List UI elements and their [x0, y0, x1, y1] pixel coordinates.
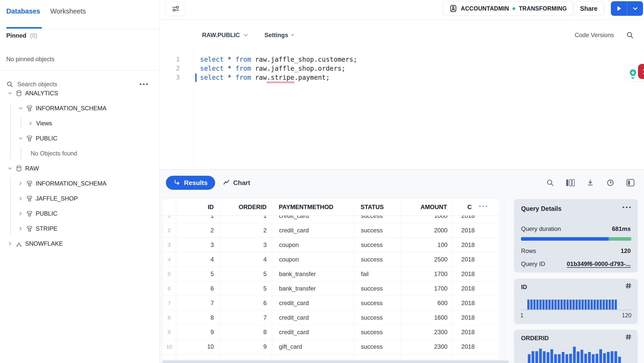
- tree-item-views[interactable]: Views: [0, 116, 159, 131]
- histogram-bar: [558, 354, 561, 363]
- chevron-down-icon[interactable]: [18, 105, 24, 111]
- sidebar: Databases Worksheets Pinned (0) No pinne…: [0, 0, 160, 363]
- chevron-right-icon[interactable]: [7, 241, 13, 247]
- histogram-bar: [596, 354, 598, 363]
- cell: success: [354, 296, 401, 310]
- histogram-bar: [557, 300, 560, 310]
- chart-line-icon: [223, 179, 230, 187]
- id-histogram[interactable]: [527, 300, 617, 310]
- tree-item-public[interactable]: PUBLIC: [0, 131, 159, 146]
- sidebar-tabs: Databases Worksheets: [0, 0, 159, 29]
- histogram-bar: [532, 351, 534, 363]
- id-max-label: 120: [622, 312, 631, 319]
- table-row[interactable]: 555bank_transferfail17002018: [162, 267, 499, 281]
- cell: 8: [176, 310, 219, 325]
- chevron-right-icon[interactable]: [18, 180, 24, 187]
- column-header-amount[interactable]: AMOUNT: [401, 199, 452, 215]
- column-header-orderid[interactable]: ORDERID: [219, 199, 272, 215]
- query-history-button[interactable]: [606, 178, 615, 187]
- divider: [0, 70, 159, 70]
- sql-editor[interactable]: RAW.PUBLIC Settings Code Versions 123 se…: [160, 20, 644, 169]
- table-row[interactable]: 776credit_cardsuccess6002018: [162, 296, 499, 310]
- download-button[interactable]: [586, 178, 595, 187]
- query-details-menu-icon[interactable]: [623, 207, 631, 208]
- code-line[interactable]: select * from raw.stripe.payment;: [200, 73, 357, 82]
- columns-button[interactable]: [566, 178, 575, 187]
- search-results-button[interactable]: [546, 178, 555, 187]
- code-versions-button[interactable]: Code Versions: [575, 32, 614, 39]
- database-context-selector[interactable]: RAW.PUBLIC: [202, 32, 240, 39]
- tree-item-label: PUBLIC: [36, 135, 57, 142]
- column-menu-icon[interactable]: [479, 206, 487, 207]
- schema-icon: [26, 225, 33, 232]
- chevron-right-icon[interactable]: [18, 226, 24, 232]
- table-row[interactable]: 333couponsuccess1002018: [162, 238, 499, 252]
- share-button[interactable]: Share: [573, 1, 604, 16]
- code-line[interactable]: select * from raw.jaffle_shop.orders;: [200, 64, 357, 73]
- numeric-column-icon[interactable]: [625, 333, 632, 342]
- code-area[interactable]: select * from raw.jaffle_shop.customers;…: [200, 55, 357, 82]
- tab-results[interactable]: Results: [166, 176, 215, 190]
- results-table[interactable]: 111credit_cardsuccess10002018222credit_c…: [162, 198, 500, 360]
- table-row[interactable]: 222credit_cardsuccess20002018: [162, 223, 499, 238]
- schema-icon: [26, 105, 33, 112]
- search-options-menu-icon[interactable]: [140, 83, 148, 85]
- schema-icon: [26, 180, 33, 187]
- orderid-histogram[interactable]: [528, 347, 621, 363]
- chevron-down-icon[interactable]: [18, 135, 24, 141]
- application-icon: [15, 240, 23, 247]
- tree-item-analytics[interactable]: ANALYTICS: [0, 86, 159, 101]
- tab-databases[interactable]: Databases: [6, 8, 40, 15]
- run-options-button[interactable]: [627, 5, 643, 12]
- tree-item-raw[interactable]: RAW: [0, 161, 159, 176]
- gutter-divider: [194, 47, 194, 166]
- settings-dropdown[interactable]: Settings: [265, 32, 288, 39]
- table-row-partial[interactable]: [162, 354, 499, 360]
- chevron-down-icon[interactable]: [7, 165, 13, 171]
- query-id-link[interactable]: 01b349f6-0000-d793-...: [567, 260, 631, 267]
- table-row[interactable]: 665bank_transfersuccess17002018: [162, 281, 499, 296]
- tree-item-information-schema[interactable]: INFORMATION_SCHEMA: [0, 101, 159, 116]
- pinned-section-header: Pinned (0): [6, 32, 37, 39]
- tab-worksheets[interactable]: Worksheets: [50, 8, 86, 15]
- search-icon[interactable]: [626, 31, 634, 39]
- tree-item-jaffle-shop[interactable]: JAFFLE_SHOP: [0, 191, 159, 206]
- histogram-bar: [533, 300, 536, 310]
- suggestions-pill[interactable]: 1: [625, 66, 644, 82]
- table-row[interactable]: 887credit_cardsuccess16002018: [162, 310, 499, 325]
- toggle-panel-button[interactable]: [626, 178, 635, 187]
- filters-button[interactable]: [166, 2, 186, 16]
- histogram-bar: [609, 300, 611, 310]
- chevron-down-icon[interactable]: [7, 90, 13, 96]
- column-header-paymentmethod[interactable]: PAYMENTMETHOD: [272, 199, 354, 215]
- line-numbers: 123: [165, 55, 180, 82]
- role-warehouse-selector[interactable]: ACCOUNTADMIN TRANSFORMING: [443, 1, 573, 16]
- table-row[interactable]: 998credit_cardsuccess23002018: [162, 325, 499, 339]
- column-header-rownum[interactable]: [162, 199, 176, 215]
- code-line[interactable]: select * from raw.jaffle_shop.customers;: [200, 55, 357, 64]
- tree-item-label: JAFFLE_SHOP: [36, 195, 78, 202]
- column-header-c[interactable]: C: [452, 199, 499, 215]
- tree-item-stripe[interactable]: STRIPE: [0, 221, 159, 236]
- database-icon: [15, 89, 23, 97]
- error-count-badge[interactable]: 1: [638, 64, 644, 79]
- tree-item-snowflake[interactable]: SNOWFLAKE: [0, 236, 159, 251]
- tree-item-public[interactable]: PUBLIC: [0, 206, 159, 221]
- tree-item-information-schema[interactable]: INFORMATION_SCHEMA: [0, 176, 159, 191]
- table-row[interactable]: 10109gift_cardsuccess23002018: [162, 339, 499, 354]
- table-row[interactable]: 444couponsuccess25002018: [162, 252, 499, 267]
- run-button[interactable]: [611, 5, 627, 12]
- chevron-right-icon[interactable]: [18, 211, 24, 217]
- column-header-id[interactable]: ID: [176, 199, 219, 215]
- chevron-right-icon[interactable]: [28, 120, 34, 126]
- column-header-status[interactable]: STATUS: [354, 199, 401, 215]
- numeric-column-icon[interactable]: [625, 282, 632, 291]
- chevron-right-icon[interactable]: [18, 196, 24, 202]
- cell: 2018: [453, 223, 499, 237]
- histogram-bar: [551, 300, 554, 310]
- cell: 4: [219, 252, 272, 266]
- cell: success: [354, 252, 401, 266]
- cell: 2018: [453, 325, 499, 339]
- tab-chart[interactable]: Chart: [223, 176, 250, 190]
- horizontal-scrollbar[interactable]: [162, 360, 509, 363]
